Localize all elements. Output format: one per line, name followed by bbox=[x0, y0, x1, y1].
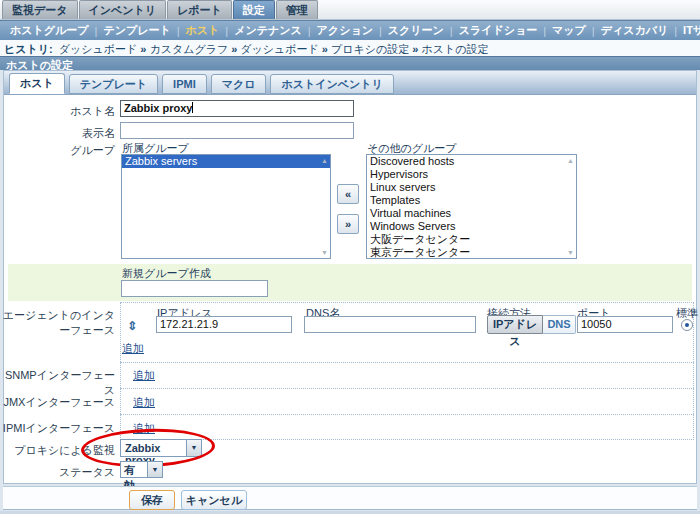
top-menu-configuration[interactable]: 設定 bbox=[233, 0, 275, 19]
breadcrumb: ヒストリ:ダッシュボード»カスタムグラフ»ダッシュボード»プロキシの設定»ホスト… bbox=[0, 40, 700, 56]
divider bbox=[120, 388, 694, 389]
host-name-label: ホスト名 bbox=[0, 104, 115, 119]
list-item[interactable]: Discovered hosts bbox=[367, 155, 576, 168]
tab-ipmi[interactable]: IPMI bbox=[162, 74, 207, 94]
ipmi-interface-add-link[interactable]: 追加 bbox=[133, 421, 155, 436]
breadcrumb-prefix: ヒストリ: bbox=[4, 43, 53, 55]
visible-name-label: 表示名 bbox=[0, 126, 115, 141]
proxy-select[interactable]: Zabbix proxy bbox=[120, 439, 187, 457]
in-groups-listbox[interactable]: Zabbix servers ▲ ▼ bbox=[121, 154, 331, 259]
breadcrumb-link-dashboard[interactable]: ダッシュボード bbox=[59, 43, 138, 55]
move-to-in-groups-button[interactable]: « bbox=[337, 184, 359, 204]
tab-macros[interactable]: マクロ bbox=[211, 74, 267, 94]
proxy-label: プロキシによる監視 bbox=[0, 443, 115, 458]
list-item[interactable]: Zabbix servers bbox=[122, 155, 330, 168]
scroll-down-icon[interactable]: ▼ bbox=[567, 249, 574, 256]
sub-menu-templates[interactable]: テンプレート bbox=[97, 23, 176, 38]
ipmi-interfaces-label: IPMIインターフェース bbox=[0, 421, 115, 436]
zabbix-host-config-page: 監視データ インベントリ レポート 設定 管理 ホストグループ| テンプレート|… bbox=[0, 0, 700, 514]
sub-menu-discovery[interactable]: ディスカバリ bbox=[595, 23, 675, 38]
agent-dns-input[interactable] bbox=[304, 316, 476, 333]
snmp-interface-add-link[interactable]: 追加 bbox=[133, 368, 155, 383]
top-menu-inventory[interactable]: インベントリ bbox=[79, 0, 167, 19]
top-menu-bar: 監視データ インベントリ レポート 設定 管理 bbox=[0, 0, 700, 20]
groups-label: グループ bbox=[0, 143, 115, 158]
agent-interfaces-label: エージェントのインターフェース bbox=[0, 308, 115, 338]
jmx-interface-add-link[interactable]: 追加 bbox=[133, 395, 155, 410]
list-item[interactable]: Virtual machines bbox=[367, 207, 576, 220]
other-groups-listbox[interactable]: Discovered hosts Hypervisors Linux serve… bbox=[366, 154, 577, 259]
new-group-input[interactable] bbox=[121, 280, 268, 297]
sub-menu-slideshows[interactable]: スライドショー bbox=[453, 23, 544, 38]
breadcrumb-link-custom-graphs[interactable]: カスタムグラフ bbox=[149, 43, 228, 55]
top-menu-administration[interactable]: 管理 bbox=[276, 0, 318, 19]
list-item[interactable]: 東京データセンター bbox=[367, 246, 576, 259]
visible-name-input[interactable] bbox=[120, 122, 354, 139]
sub-menu-maintenance[interactable]: メンテナンス bbox=[228, 23, 308, 38]
list-item[interactable]: Hypervisors bbox=[367, 168, 576, 181]
dropdown-arrow-icon[interactable]: ▼ bbox=[148, 461, 163, 478]
list-item[interactable]: Linux servers bbox=[367, 181, 576, 194]
move-to-other-groups-button[interactable]: » bbox=[337, 214, 359, 234]
sub-menu-hosts[interactable]: ホスト bbox=[180, 23, 226, 38]
text-cursor bbox=[192, 102, 193, 113]
scroll-down-icon[interactable]: ▼ bbox=[321, 249, 328, 256]
sub-menu-host-groups[interactable]: ホストグループ bbox=[4, 23, 95, 38]
list-item[interactable]: 大阪データセンター bbox=[367, 233, 576, 246]
cancel-button[interactable]: キャンセル bbox=[181, 490, 247, 510]
agent-interface-add-link[interactable]: 追加 bbox=[122, 341, 144, 356]
breadcrumb-link-proxy-config[interactable]: プロキシの設定 bbox=[331, 43, 409, 55]
radio-dot bbox=[685, 323, 689, 327]
separator: » bbox=[137, 43, 149, 55]
sub-menu-actions[interactable]: アクション bbox=[311, 23, 379, 38]
separator: » bbox=[409, 43, 421, 55]
footer-bar: 保存 キャンセル bbox=[3, 486, 697, 510]
top-menu-reports[interactable]: レポート bbox=[167, 0, 232, 19]
new-group-band bbox=[8, 264, 692, 301]
scroll-up-icon[interactable]: ▲ bbox=[567, 157, 574, 164]
breadcrumb-link-dashboard2[interactable]: ダッシュボード bbox=[240, 43, 319, 55]
tab-host-inventory[interactable]: ホストインベントリ bbox=[270, 74, 393, 94]
breadcrumb-link-host-config[interactable]: ホストの設定 bbox=[421, 43, 488, 55]
tab-host[interactable]: ホスト bbox=[9, 73, 65, 94]
connect-ip-toggle[interactable]: IPアドレス bbox=[487, 315, 543, 334]
connect-dns-toggle[interactable]: DNS bbox=[543, 315, 576, 334]
host-name-input[interactable]: Zabbix proxy bbox=[120, 100, 354, 117]
sub-menu-bar: ホストグループ| テンプレート| ホスト| メンテナンス| アクション| スクリ… bbox=[0, 20, 700, 40]
agent-port-input[interactable]: 10050 bbox=[577, 316, 673, 333]
status-label: ステータス bbox=[0, 465, 115, 480]
tab-templates[interactable]: テンプレート bbox=[69, 74, 158, 94]
dropdown-arrow-icon[interactable]: ▼ bbox=[187, 439, 202, 457]
jmx-interfaces-label: JMXインターフェース bbox=[0, 395, 115, 410]
sub-menu-maps[interactable]: マップ bbox=[546, 23, 592, 38]
status-select[interactable]: 有効 bbox=[120, 461, 148, 478]
separator: » bbox=[228, 43, 240, 55]
scroll-up-icon[interactable]: ▲ bbox=[321, 157, 328, 164]
page-title: ホストの設定 bbox=[0, 56, 700, 70]
divider bbox=[120, 414, 694, 415]
separator: » bbox=[319, 43, 331, 55]
sub-menu-screens[interactable]: スクリーン bbox=[382, 23, 450, 38]
snmp-interfaces-label: SNMPインターフェース bbox=[0, 368, 115, 398]
divider bbox=[120, 362, 694, 363]
default-interface-radio[interactable] bbox=[681, 319, 693, 331]
list-item[interactable]: Templates bbox=[367, 194, 576, 207]
sub-menu-it-services[interactable]: ITサービス bbox=[677, 23, 700, 38]
drag-handle-icon[interactable]: ⇕ bbox=[127, 319, 137, 333]
save-button[interactable]: 保存 bbox=[129, 490, 175, 510]
top-menu-monitoring[interactable]: 監視データ bbox=[2, 0, 78, 19]
tab-strip: ホスト テンプレート IPMI マクロ ホストインベントリ bbox=[4, 71, 696, 95]
agent-ip-input[interactable]: 172.21.21.9 bbox=[156, 316, 292, 333]
list-item[interactable]: Windows Servers bbox=[367, 220, 576, 233]
new-group-label: 新規グループ作成 bbox=[122, 266, 211, 281]
